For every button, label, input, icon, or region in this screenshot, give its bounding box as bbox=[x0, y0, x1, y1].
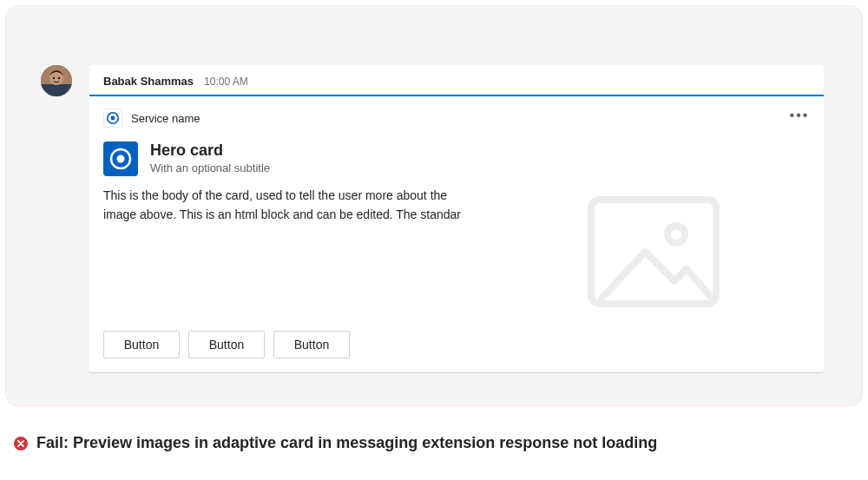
hero-header: Hero card With an optional subtitle bbox=[103, 141, 810, 176]
svg-point-8 bbox=[117, 155, 125, 163]
card-body-row: This is the body of the card, used to te… bbox=[103, 187, 810, 317]
service-name-label: Service name bbox=[131, 112, 200, 125]
svg-point-10 bbox=[667, 226, 685, 243]
hero-titles: Hero card With an optional subtitle bbox=[150, 141, 270, 174]
message-row: Babak Shammas 10:00 AM Service name ••• bbox=[41, 65, 824, 372]
card-body-text: This is the body of the card, used to te… bbox=[103, 187, 468, 224]
caption-text: Fail: Preview images in adaptive card in… bbox=[36, 434, 657, 452]
more-icon: ••• bbox=[790, 108, 810, 122]
svg-point-3 bbox=[53, 77, 55, 79]
card-source-row: Service name bbox=[103, 108, 810, 128]
svg-point-4 bbox=[58, 77, 60, 79]
hero-app-icon bbox=[103, 141, 138, 176]
caption-row: Fail: Preview images in adaptive card in… bbox=[14, 434, 657, 452]
hero-title: Hero card bbox=[150, 141, 270, 160]
card-button-row: Button Button Button bbox=[103, 331, 810, 358]
card-more-button[interactable]: ••• bbox=[787, 107, 812, 124]
svg-rect-1 bbox=[41, 84, 72, 96]
hero-subtitle: With an optional subtitle bbox=[150, 161, 270, 174]
service-icon bbox=[103, 108, 122, 128]
sender-name: Babak Shammas bbox=[103, 75, 194, 88]
sender-avatar[interactable] bbox=[41, 65, 72, 96]
card-button-2[interactable]: Button bbox=[188, 331, 265, 358]
card-button-1[interactable]: Button bbox=[103, 331, 180, 358]
message-bubble: Babak Shammas 10:00 AM Service name ••• bbox=[89, 65, 824, 372]
card-button-3[interactable]: Button bbox=[273, 331, 350, 358]
hero-card: Service name ••• Hero card With an opti bbox=[89, 96, 824, 372]
svg-point-6 bbox=[111, 116, 115, 121]
example-frame: Babak Shammas 10:00 AM Service name ••• bbox=[5, 5, 863, 406]
placeholder-image-icon bbox=[584, 191, 723, 312]
image-placeholder bbox=[480, 187, 810, 317]
bubble-header: Babak Shammas 10:00 AM bbox=[89, 65, 824, 95]
fail-icon bbox=[14, 437, 28, 450]
message-timestamp: 10:00 AM bbox=[204, 76, 248, 88]
